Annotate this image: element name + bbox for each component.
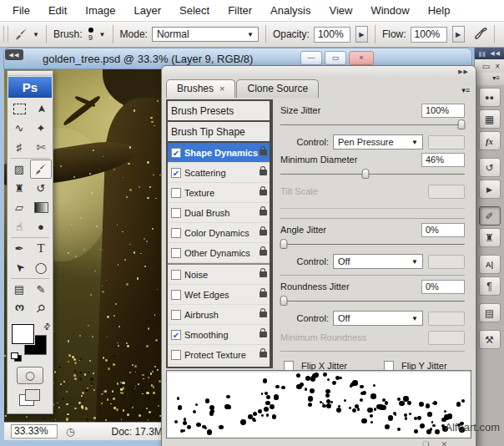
size-control-dropdown[interactable]: Pen Pressure ▼ (333, 134, 423, 150)
lock-icon[interactable] (260, 210, 267, 215)
maximize-button[interactable]: ▭ (325, 51, 346, 65)
hand-tool[interactable]: ω (8, 299, 30, 318)
menu-file[interactable]: File (3, 1, 39, 20)
list-item-brush-presets[interactable]: Brush Presets (168, 101, 270, 122)
brush-picker-arrow-icon[interactable]: ▼ (99, 31, 106, 38)
menu-select[interactable]: Select (170, 1, 219, 20)
clock-icon[interactable]: ◷ (66, 426, 74, 438)
brush-tool[interactable] (30, 160, 52, 179)
character-panel-icon[interactable]: A| (479, 255, 501, 274)
slider-thumb[interactable] (361, 169, 369, 179)
slider-thumb[interactable] (457, 119, 465, 129)
minimize-button[interactable]: — (300, 51, 322, 65)
tool-preset-arrow-icon[interactable]: ▼ (33, 31, 39, 38)
tab-clone-source[interactable]: Clone Source (236, 79, 319, 98)
checkbox[interactable] (171, 270, 181, 280)
angle-jitter-field[interactable]: 0% (421, 223, 465, 237)
tool-presets-panel-icon[interactable]: ⚒ (479, 330, 501, 349)
quick-selection-tool[interactable]: ✦ (30, 119, 52, 138)
menu-edit[interactable]: Edit (39, 1, 76, 20)
list-item-shape-dynamics[interactable]: Shape Dynamics (168, 143, 270, 163)
collapse-left-dock-icon[interactable]: ◀◀ (5, 49, 23, 60)
lock-icon[interactable] (260, 352, 267, 357)
smudge-tool[interactable]: ☝ (8, 217, 30, 236)
airbrush-toggle-icon[interactable] (472, 28, 487, 41)
clone-source-panel-icon[interactable]: ♜ (479, 228, 501, 247)
menu-window[interactable]: Window (361, 1, 418, 20)
lock-icon[interactable] (260, 271, 267, 277)
close-tab-icon[interactable]: × (219, 84, 224, 94)
checkbox[interactable] (171, 290, 181, 300)
dock-close-icon[interactable]: × (495, 62, 500, 71)
opacity-field[interactable]: 100% (314, 27, 350, 43)
rectangular-marquee-tool[interactable] (8, 99, 30, 119)
color-panel-icon[interactable]: ●● (479, 88, 501, 107)
list-item-scattering[interactable]: Scattering (168, 163, 270, 183)
minimum-diameter-field[interactable]: 46% (421, 153, 465, 167)
checkbox[interactable] (171, 208, 181, 218)
checkbox[interactable] (171, 350, 181, 360)
menu-analysis[interactable]: Analysis (261, 1, 320, 20)
notes-tool[interactable]: ▤ (8, 280, 30, 299)
list-item-color-dynamics[interactable]: Color Dynamics (168, 223, 270, 243)
list-item-brush-tip-shape[interactable]: Brush Tip Shape (168, 122, 270, 143)
clone-stamp-tool[interactable]: ♜ (8, 179, 30, 198)
eraser-tool[interactable]: ▱ (8, 198, 30, 217)
pen-tool[interactable]: ✒ (8, 239, 30, 258)
list-item-wet-edges[interactable]: Wet Edges (168, 285, 270, 305)
brushes-panel-icon[interactable]: ✐ (479, 206, 501, 226)
quick-mask-button[interactable]: ◯ (17, 367, 43, 384)
lasso-tool[interactable]: ∿ (8, 119, 30, 138)
ellipse-tool[interactable]: ◯ (30, 258, 52, 277)
eyedropper-tool[interactable]: ✎ (30, 280, 52, 299)
menu-help[interactable]: Help (419, 1, 460, 20)
lock-icon[interactable] (260, 291, 267, 297)
slice-tool[interactable]: ✄ (30, 138, 52, 157)
actions-panel-icon[interactable]: ▶ (479, 180, 501, 199)
healing-brush-tool[interactable]: ▨ (8, 160, 30, 179)
crop-tool[interactable]: ♯ (8, 138, 30, 157)
checkbox[interactable] (171, 248, 181, 258)
menu-view[interactable]: View (320, 1, 361, 20)
flow-field[interactable]: 100% (411, 27, 447, 43)
swatches-panel-icon[interactable]: ▦ (479, 109, 501, 129)
lock-icon[interactable] (260, 230, 267, 236)
roundness-jitter-field[interactable]: 0% (421, 280, 465, 294)
checkbox[interactable] (171, 228, 181, 238)
collapse-dock-icon[interactable]: ◀◀ (490, 50, 501, 57)
tab-brushes[interactable]: Brushes × (166, 79, 235, 98)
list-item-noise[interactable]: Noise (168, 263, 270, 285)
opacity-slider-arrow-icon[interactable]: ▶ (355, 26, 368, 43)
checkbox[interactable] (171, 188, 181, 198)
roundness-jitter-slider[interactable] (280, 294, 465, 307)
burn-tool[interactable]: ● (30, 217, 52, 236)
list-item-texture[interactable]: Texture (168, 183, 270, 203)
expand-dock-icon[interactable]: ▶▶ (458, 68, 469, 75)
history-brush-tool[interactable]: ↺ (30, 179, 52, 198)
list-item-dual-brush[interactable]: Dual Brush (168, 203, 270, 223)
new-brush-icon[interactable]: ❏ (422, 440, 429, 446)
zoom-tool[interactable]: ⚲ (30, 299, 52, 318)
panel-menu-icon[interactable]: ▾≡ (461, 86, 470, 94)
path-selection-tool[interactable]: ➤ (8, 258, 30, 277)
checkbox[interactable] (171, 148, 181, 158)
type-tool[interactable]: T (30, 239, 52, 258)
lock-icon[interactable] (260, 312, 267, 317)
checkbox[interactable] (171, 310, 181, 320)
styles-panel-icon[interactable]: fx (479, 131, 501, 150)
paragraph-panel-icon[interactable]: ¶ (479, 276, 501, 296)
dock-header[interactable]: ▮▮ ◀◀ (475, 48, 504, 59)
list-item-smoothing[interactable]: Smoothing (168, 325, 270, 345)
angle-control-dropdown[interactable]: Off ▼ (333, 254, 423, 269)
slider-thumb[interactable] (280, 239, 288, 249)
menu-filter[interactable]: Filter (219, 1, 261, 20)
list-item-other-dynamics[interactable]: Other Dynamics (168, 243, 270, 263)
swap-colors-icon[interactable]: ⇄ (41, 321, 53, 332)
list-item-airbrush[interactable]: Airbrush (168, 305, 270, 325)
brush-preview-swatch[interactable]: 9 (88, 28, 93, 41)
screen-mode-button[interactable] (18, 389, 43, 408)
default-colors-icon[interactable] (11, 352, 22, 362)
size-jitter-field[interactable]: 100% (421, 104, 465, 118)
dock-panel-menu-icon[interactable]: ▾≡ (475, 73, 504, 85)
menu-layer[interactable]: Layer (125, 1, 171, 20)
